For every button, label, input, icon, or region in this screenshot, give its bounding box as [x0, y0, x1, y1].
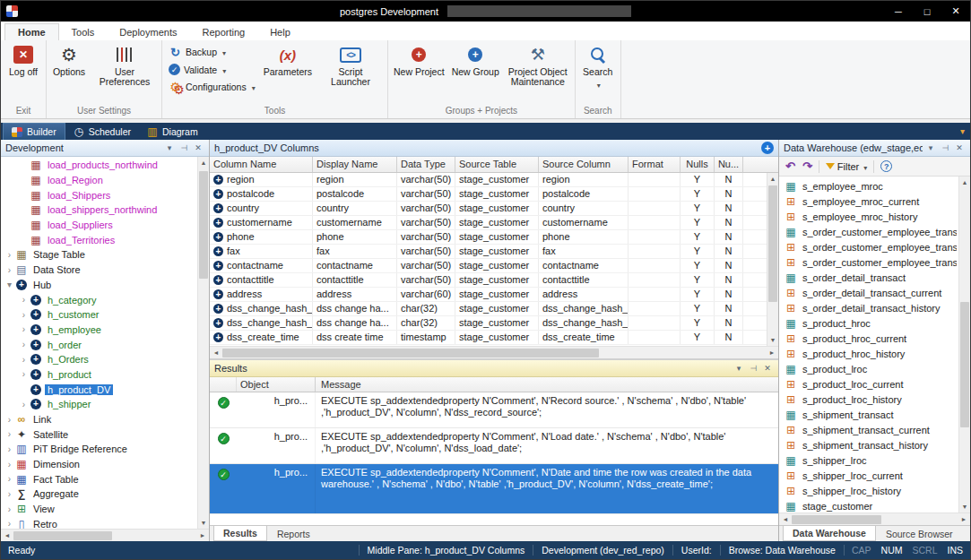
results-tab[interactable]: Results — [213, 526, 267, 541]
browser-tab[interactable]: Data Warehouse — [783, 526, 876, 541]
scroll-up-icon[interactable]: ▲ — [198, 157, 209, 168]
columns-grid-row[interactable]: fax fax varchar(50) stage_customer fax Y… — [210, 245, 778, 259]
script-launcher-button[interactable]: Script Launcher — [316, 41, 385, 88]
right-horizontal-scrollbar[interactable]: ◄ ► — [779, 513, 970, 525]
tree-item[interactable]: › Dimension — [1, 457, 209, 472]
scroll-down-icon[interactable]: ▼ — [959, 501, 970, 513]
search-button[interactable]: Search — [578, 41, 618, 90]
columns-grid-row[interactable]: region region varchar(50) stage_customer… — [210, 173, 778, 187]
expand-chevron-icon[interactable]: › — [4, 415, 14, 425]
pin-icon[interactable]: ⊤ — [747, 364, 759, 373]
expand-chevron-icon[interactable]: › — [19, 324, 29, 334]
expand-chevron-icon[interactable]: › — [4, 519, 14, 529]
warehouse-tree-item[interactable]: s_product_lroc_current — [779, 376, 970, 392]
warehouse-tree-item[interactable]: s_shipment_transact_history — [779, 437, 970, 452]
tree-item[interactable]: load_Region — [1, 173, 209, 188]
filter-button[interactable]: Filter — [823, 159, 870, 175]
warehouse-tree-item[interactable]: s_order_customer_employee_transact — [779, 239, 970, 254]
tree-item[interactable]: › Satellite — [1, 426, 209, 442]
scrollbar-thumb[interactable] — [222, 349, 599, 358]
user-preferences-button[interactable]: User Preferences — [91, 41, 159, 88]
tree-item[interactable]: › h_customer — [1, 307, 209, 323]
tree-item[interactable]: › Link — [1, 412, 209, 427]
scroll-down-icon[interactable]: ▼ — [767, 334, 778, 346]
columns-grid-row[interactable]: phone phone varchar(50) stage_customer p… — [210, 230, 778, 245]
tree-item[interactable]: h_product_DV — [1, 382, 209, 397]
close-panel-icon[interactable]: ✕ — [761, 364, 774, 373]
results-object-header[interactable]: Object — [237, 377, 316, 392]
scroll-left-icon[interactable]: ◄ — [210, 349, 222, 356]
expand-chevron-icon[interactable]: › — [19, 340, 29, 349]
ribbon-tab[interactable]: Deployments — [107, 24, 189, 40]
columns-grid-row[interactable]: dss_create_time dss create time timestam… — [210, 331, 778, 345]
tree-item[interactable]: › h_employee — [1, 323, 209, 338]
tree-item[interactable]: load_Suppliers — [1, 218, 209, 233]
expand-chevron-icon[interactable]: › — [4, 489, 14, 499]
new-project-button[interactable]: New Project — [391, 41, 447, 78]
columns-grid-row[interactable]: postalcode postalcode varchar(50) stage_… — [210, 187, 778, 202]
tools-dropdown-button[interactable]: Backup — [165, 45, 259, 59]
warehouse-tree-item[interactable]: s_product_hroc — [779, 315, 970, 331]
tree-item[interactable]: ▾ Hub — [1, 278, 209, 293]
warehouse-tree-item[interactable]: s_shipment_transact — [779, 407, 970, 422]
tree-item[interactable]: load_Shippers — [1, 187, 209, 202]
warehouse-tree-item[interactable]: s_order_detail_transact_current — [779, 285, 970, 300]
scroll-up-icon[interactable]: ▲ — [767, 173, 778, 185]
left-vertical-scrollbar[interactable]: ▲ ▼ — [197, 157, 209, 529]
scroll-up-icon[interactable]: ▲ — [959, 177, 970, 188]
view-tab[interactable]: Builder — [3, 123, 65, 140]
warehouse-tree-item[interactable]: s_order_customer_employee_transact — [779, 254, 970, 270]
grid-vertical-scrollbar[interactable]: ▲ ▼ — [767, 173, 778, 346]
panel-menu-icon[interactable]: ▾ — [924, 143, 937, 152]
ribbon-tab[interactable]: Reporting — [189, 24, 257, 40]
column-header-cell[interactable]: Display Name — [313, 157, 397, 172]
warehouse-tree-item[interactable]: s_employee_mroc_current — [779, 194, 970, 209]
expand-chevron-icon[interactable]: › — [19, 310, 29, 320]
scrollbar-thumb[interactable] — [13, 531, 112, 540]
new-group-button[interactable]: New Group — [449, 41, 502, 78]
results-message-header[interactable]: Message — [316, 377, 778, 392]
log-off-button[interactable]: Log off — [4, 41, 43, 78]
tree-item[interactable]: › Stage Table — [1, 247, 209, 263]
expand-chevron-icon[interactable]: › — [4, 265, 14, 275]
grid-horizontal-scrollbar[interactable]: ◄ ► — [210, 346, 778, 358]
scroll-left-icon[interactable]: ◄ — [779, 516, 792, 522]
warehouse-tree-item[interactable]: s_shipper_lroc — [779, 452, 970, 468]
tree-item[interactable]: › h_category — [1, 292, 209, 307]
close-button[interactable]: ✕ — [941, 1, 970, 22]
expand-chevron-icon[interactable]: › — [19, 369, 29, 379]
result-row[interactable]: h_pro... EXECUTE sp_addextendedproperty … — [210, 392, 778, 428]
minimize-button[interactable]: ─ — [884, 1, 913, 22]
expand-chevron-icon[interactable]: › — [19, 295, 29, 305]
tree-item[interactable]: load_Territories — [1, 232, 209, 247]
close-panel-icon[interactable]: ✕ — [192, 143, 204, 152]
panel-menu-icon[interactable]: ▾ — [163, 143, 176, 152]
warehouse-tree-item[interactable]: s_order_detail_transact — [779, 270, 970, 285]
expand-chevron-icon[interactable]: › — [4, 429, 14, 439]
pin-icon[interactable]: ⊤ — [939, 143, 951, 152]
scroll-right-icon[interactable]: ► — [766, 349, 778, 356]
expand-chevron-icon[interactable]: › — [19, 400, 29, 409]
view-tab[interactable]: Diagram — [139, 123, 206, 140]
scroll-down-icon[interactable]: ▼ — [198, 517, 209, 529]
tools-dropdown-button[interactable]: Configurations — [165, 80, 259, 94]
tree-item[interactable]: › View — [1, 502, 209, 517]
columns-grid-row[interactable]: dss_change_hash_custo... dss change ha..… — [210, 302, 778, 316]
warehouse-tree-item[interactable]: s_product_lroc — [779, 361, 970, 376]
ribbon-tab[interactable]: Home — [4, 23, 59, 40]
expand-chevron-icon[interactable]: › — [4, 250, 14, 260]
warehouse-tree-item[interactable]: s_employee_mroc — [779, 178, 970, 194]
columns-grid-row[interactable]: dss_change_hash_custo... dss change ha..… — [210, 316, 778, 331]
warehouse-tree-item[interactable]: s_order_detail_transact_history — [779, 300, 970, 315]
expand-chevron-icon[interactable]: › — [4, 504, 14, 514]
warehouse-tree-item[interactable]: s_order_customer_employee_transact — [779, 224, 970, 239]
columns-grid-row[interactable]: customername customername varchar(50) st… — [210, 216, 778, 230]
maximize-button[interactable]: □ — [913, 1, 941, 22]
parameters-button[interactable]: Parameters — [261, 41, 315, 78]
expand-chevron-icon[interactable]: › — [4, 460, 14, 470]
warehouse-tree-item[interactable]: s_shipper_lroc_current — [779, 468, 970, 483]
project-object-maintenance-button[interactable]: Project Object Maintenance — [504, 41, 572, 88]
column-header-cell[interactable]: Source Column — [539, 157, 629, 172]
expand-chevron-icon[interactable]: ▾ — [4, 280, 14, 289]
tree-item[interactable]: › h_product — [1, 367, 209, 383]
